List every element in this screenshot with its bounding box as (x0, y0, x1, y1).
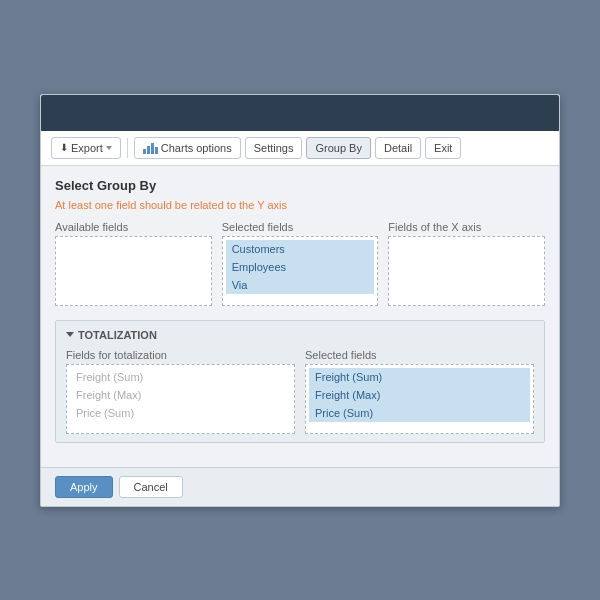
list-item[interactable]: Freight (Max) (309, 386, 530, 404)
totalization-available-list[interactable]: Freight (Sum) Freight (Max) Price (Sum) (66, 364, 295, 434)
group-by-label: Group By (315, 142, 361, 154)
charts-options-label: Charts options (161, 142, 232, 154)
totalization-selected-label: Selected fields (305, 349, 534, 361)
fields-row: Available fields Selected fields Custome… (55, 221, 545, 306)
detail-button[interactable]: Detail (375, 137, 421, 159)
charts-options-button[interactable]: Charts options (134, 137, 241, 159)
totalization-title: TOTALIZATION (78, 329, 157, 341)
separator (127, 138, 128, 158)
main-window: ⬇ Export Charts options Settings Group B… (40, 94, 560, 507)
footer: Apply Cancel (41, 467, 559, 506)
x-axis-col: Fields of the X axis (388, 221, 545, 306)
available-fields-col: Available fields (55, 221, 212, 306)
selected-fields-label: Selected fields (222, 221, 379, 233)
selected-fields-col: Selected fields Customers Employees Via (222, 221, 379, 306)
settings-button[interactable]: Settings (245, 137, 303, 159)
list-item[interactable]: Freight (Sum) (309, 368, 530, 386)
totalization-fields-label: Fields for totalization (66, 349, 295, 361)
charts-icon (143, 142, 158, 154)
exit-label: Exit (434, 142, 452, 154)
totalization-section: TOTALIZATION Fields for totalization Fre… (55, 320, 545, 443)
export-button[interactable]: ⬇ Export (51, 137, 121, 159)
totalization-header: TOTALIZATION (66, 329, 534, 341)
list-item[interactable]: Via (226, 276, 375, 294)
list-item[interactable]: Freight (Max) (70, 386, 291, 404)
content-area: Select Group By At least one field shoul… (41, 166, 559, 467)
export-label: Export (71, 142, 103, 154)
x-axis-label: Fields of the X axis (388, 221, 545, 233)
x-axis-list[interactable] (388, 236, 545, 306)
title-bar (41, 95, 559, 131)
cancel-button[interactable]: Cancel (119, 476, 183, 498)
list-item[interactable]: Employees (226, 258, 375, 276)
toolbar: ⬇ Export Charts options Settings Group B… (41, 131, 559, 166)
collapse-icon (66, 332, 74, 337)
apply-button[interactable]: Apply (55, 476, 113, 498)
exit-button[interactable]: Exit (425, 137, 461, 159)
detail-label: Detail (384, 142, 412, 154)
totalization-available-col: Fields for totalization Freight (Sum) Fr… (66, 349, 295, 434)
list-item[interactable]: Price (Sum) (70, 404, 291, 422)
list-item[interactable]: Price (Sum) (309, 404, 530, 422)
section-title: Select Group By (55, 178, 545, 193)
group-by-button[interactable]: Group By (306, 137, 370, 159)
available-fields-label: Available fields (55, 221, 212, 233)
settings-label: Settings (254, 142, 294, 154)
list-item[interactable]: Freight (Sum) (70, 368, 291, 386)
export-icon: ⬇ (60, 142, 68, 153)
warning-text: At least one field should be related to … (55, 199, 545, 211)
totalization-selected-list[interactable]: Freight (Sum) Freight (Max) Price (Sum) (305, 364, 534, 434)
totalization-selected-col: Selected fields Freight (Sum) Freight (M… (305, 349, 534, 434)
totalization-body: Fields for totalization Freight (Sum) Fr… (66, 349, 534, 434)
export-dropdown-icon (106, 146, 112, 150)
available-fields-list[interactable] (55, 236, 212, 306)
list-item[interactable]: Customers (226, 240, 375, 258)
selected-fields-list[interactable]: Customers Employees Via (222, 236, 379, 306)
